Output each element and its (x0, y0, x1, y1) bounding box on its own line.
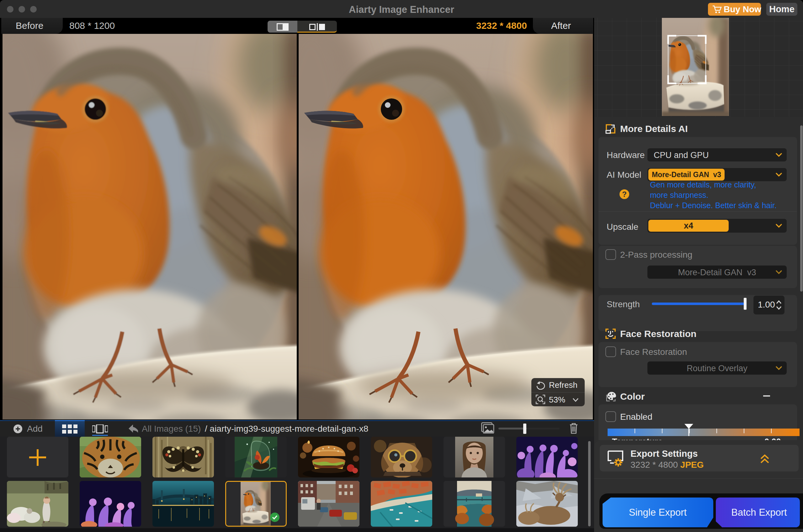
svg-text:Temperature: Temperature (612, 437, 663, 440)
svg-text:Single Export: Single Export (629, 507, 687, 518)
svg-text:Batch Export: Batch Export (731, 507, 787, 518)
svg-text:0.00: 0.00 (764, 437, 781, 440)
